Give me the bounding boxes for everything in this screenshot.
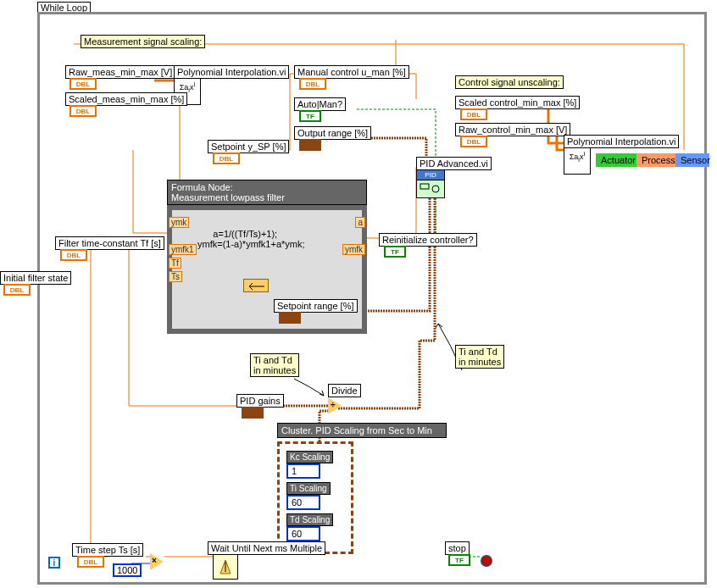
label-output-range: Output range [%] — [294, 126, 371, 140]
terminal-pid-gains[interactable] — [242, 407, 264, 419]
formula-in-ymfk1: ymfk1 — [169, 244, 197, 255]
label-wait-vi: Wait Until Next ms Multiple — [208, 541, 325, 555]
formula-in-ts: Ts — [169, 271, 182, 282]
cluster-td-value[interactable]: 60 — [286, 526, 320, 541]
label-setpoint: Setpoint y_SP [%] — [208, 140, 289, 153]
block-process: Process — [636, 153, 675, 167]
formula-node-body[interactable]: a=1/((Tf/Ts)+1); ymfk=(1-a)*ymfk1+a*ymk;… — [167, 205, 367, 334]
vi-poly-interp-right[interactable]: Σaixi — [564, 147, 591, 175]
loop-stop-condition-icon[interactable] — [481, 555, 492, 567]
block-actuator: Actuator — [596, 153, 636, 167]
label-control-unscaling: Control signal unscaling: — [455, 75, 564, 89]
cluster-pid-scaling[interactable]: Cluster. PID Scaling from Sec to Min Kc … — [277, 423, 447, 554]
terminal-time-step[interactable]: DBL — [77, 556, 104, 568]
terminal-scaled-meas[interactable]: DBL — [69, 105, 97, 117]
label-divide: Divide — [328, 384, 361, 397]
formula-title-2: Measurement lowpass filter — [171, 192, 285, 202]
wait-vi-icon[interactable] — [213, 554, 238, 580]
cluster-ti-value[interactable]: 60 — [286, 495, 320, 510]
formula-title-1: Formula Node: — [171, 182, 233, 192]
annotation-ti-td-1: Ti and Td in minutes — [250, 353, 299, 377]
terminal-raw-meas[interactable]: DBL — [69, 78, 97, 90]
annotation-ti-td-2: Ti and Td in minutes — [455, 345, 504, 369]
while-loop-structure[interactable]: Measurement signal scaling: Raw_meas_min… — [37, 12, 707, 585]
label-manual-u: Manual control u_man [%] — [294, 65, 409, 79]
terminal-filter-tf[interactable]: DBL — [60, 249, 87, 261]
multiply-symbol: × — [152, 556, 157, 565]
label-reinit: Reinitialize controller? — [379, 233, 477, 247]
label-stop: stop — [445, 541, 470, 555]
label-pid-gains: PID gains — [236, 394, 284, 408]
terminal-auto-man[interactable]: TF — [299, 110, 321, 122]
pid-text: PID — [417, 170, 444, 180]
loop-iteration-terminal[interactable]: i — [48, 557, 60, 569]
label-poly-interp-left: Polynomial Interpolation.vi — [174, 65, 289, 79]
divide-symbol: ÷ — [331, 400, 336, 409]
cluster-kc-value[interactable]: 1 — [286, 463, 320, 479]
terminal-setpoint-range[interactable] — [279, 312, 301, 324]
formula-out-a: a — [355, 217, 365, 228]
svg-point-1 — [432, 186, 439, 192]
label-raw-control: Raw_control_min_max [V] — [455, 123, 570, 136]
cluster-ti-label: Ti Scaling — [286, 482, 331, 495]
pid-body-icon — [417, 180, 444, 197]
formula-node-title: Formula Node: Measurement lowpass filter — [167, 180, 367, 205]
terminal-reinit[interactable]: TF — [384, 246, 406, 258]
terminal-scaled-control[interactable]: DBL — [460, 108, 487, 120]
label-poly-interp-right: Polynomial Interpolation.vi — [564, 135, 679, 148]
vi-pid-advanced[interactable]: PID — [416, 169, 445, 198]
label-setpoint-range: Setpoint range [%] — [274, 299, 358, 313]
label-filter-tf: Filter time-constant Tf [s] — [55, 236, 164, 250]
cluster-title: Cluster. PID Scaling from Sec to Min — [277, 423, 447, 438]
label-scaled-meas: Scaled_meas_min_max [%] — [65, 92, 187, 106]
svg-rect-0 — [420, 184, 429, 189]
formula-in-tf: Tf — [169, 258, 181, 269]
terminal-output-range[interactable] — [299, 139, 321, 151]
feedback-node-icon[interactable] — [243, 279, 269, 292]
formula-in-ymk: ymk — [169, 217, 189, 228]
label-raw-meas: Raw_meas_min_max [V] — [65, 65, 175, 79]
terminal-setpoint[interactable]: DBL — [213, 153, 240, 164]
terminal-initial-filter[interactable]: DBL — [3, 284, 31, 296]
label-pid-adv: PID Advanced.vi — [416, 157, 492, 170]
formula-code: a=1/((Tf/Ts)+1); ymfk=(1-a)*ymfk1+a*ymk; — [197, 229, 305, 249]
terminal-raw-control[interactable]: DBL — [460, 136, 487, 147]
label-scaled-control: Scaled control_min_max [%] — [455, 96, 580, 109]
terminal-stop[interactable]: TF — [448, 554, 470, 566]
block-sensor: Sensor — [675, 153, 709, 167]
metronome-icon — [217, 558, 234, 575]
label-auto-man: Auto|Man? — [294, 97, 346, 111]
constant-1000[interactable]: 1000 — [113, 563, 142, 577]
label-measurement-scaling: Measurement signal scaling: — [81, 35, 205, 48]
cluster-kc-label: Kc Scaling — [286, 451, 333, 463]
label-initial-filter: Initial filter state — [0, 271, 71, 285]
label-time-step: Time step Ts [s] — [72, 543, 143, 557]
formula-out-ymfk: ymfk — [342, 244, 365, 255]
terminal-manual-u[interactable]: DBL — [299, 78, 326, 90]
cluster-td-label: Td Scaling — [286, 513, 333, 526]
